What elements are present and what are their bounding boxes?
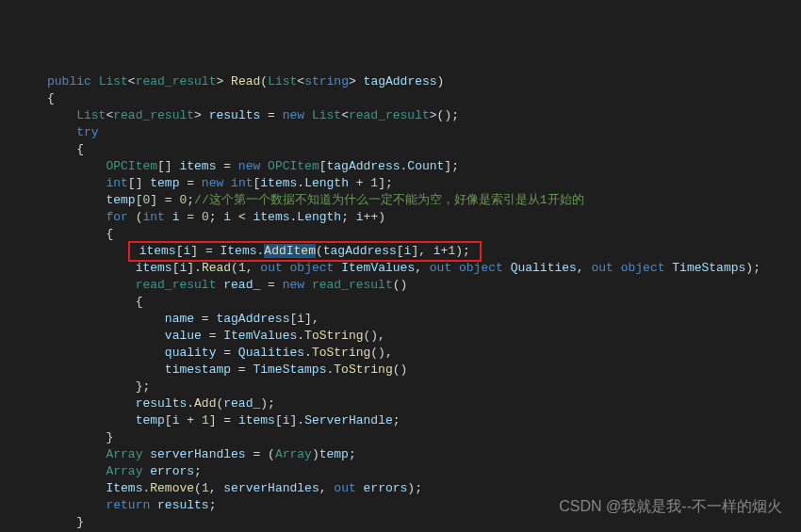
var: items: [253, 210, 290, 224]
var: serverHandles: [150, 447, 245, 461]
keyword: out: [430, 261, 451, 275]
type: read_result: [136, 74, 217, 89]
number: 0: [179, 193, 187, 207]
selection: AddItem: [264, 244, 316, 258]
var: tagAddress: [327, 159, 400, 173]
prop: Length: [304, 176, 349, 190]
keyword: new: [202, 176, 223, 190]
type: read_result: [312, 278, 393, 292]
method: Read: [231, 74, 260, 89]
var: i: [183, 244, 190, 258]
var: i: [297, 312, 304, 326]
type: object: [459, 261, 503, 275]
var: items: [238, 413, 275, 427]
var: results: [136, 396, 188, 411]
number: 1: [238, 261, 246, 275]
keyword: out: [334, 481, 355, 495]
var: i: [356, 210, 364, 224]
prop: Count: [407, 159, 444, 173]
prop: Length: [297, 210, 341, 224]
var: temp: [319, 447, 349, 461]
var: items: [179, 159, 216, 173]
highlighted-line: items[i] = Items.AddItem(tagAddress[i], …: [128, 241, 482, 262]
method: AddItem: [264, 244, 316, 258]
var: items: [260, 176, 297, 190]
number: 1: [202, 481, 209, 495]
type: read_result: [349, 108, 430, 122]
var: temp: [136, 413, 165, 427]
prop: name: [165, 312, 194, 326]
type: string: [304, 74, 349, 89]
type: List: [312, 108, 341, 122]
type: int: [142, 210, 164, 224]
comment: //这个第一个数据不知道为什么一定不能为空，好像是索引是从1开始的: [194, 193, 583, 207]
var: i: [223, 210, 231, 224]
var: Qualities: [511, 261, 577, 275]
type: read_result: [113, 108, 194, 122]
var: i: [179, 261, 187, 275]
number: 0: [142, 193, 150, 207]
brace: {: [136, 295, 143, 309]
keyword: return: [106, 498, 150, 512]
type: Array: [106, 447, 142, 461]
var: i: [433, 244, 441, 258]
number: 1: [202, 413, 209, 427]
watermark: CSDN @我就是我--不一样的烟火: [559, 498, 782, 515]
var: i: [172, 413, 180, 427]
var: items: [139, 244, 176, 258]
keyword: new: [283, 108, 304, 122]
var: temp: [150, 176, 179, 190]
var: items: [136, 261, 172, 275]
brace: {: [76, 142, 84, 156]
var: Qualities: [238, 346, 304, 360]
brace: }: [76, 515, 84, 529]
var: results: [209, 108, 261, 122]
var: ItemValues: [223, 329, 297, 343]
method: ToString: [312, 346, 370, 360]
code-editor[interactable]: public List<read_result> Read(List<strin…: [47, 73, 801, 532]
method: ToString: [304, 329, 363, 343]
var: TimeStamps: [253, 363, 326, 377]
var: tagAddress: [216, 312, 289, 326]
var: TimeStamps: [672, 261, 745, 275]
prop: quality: [165, 346, 217, 360]
prop: ServerHandle: [304, 413, 393, 427]
var: ItemValues: [341, 261, 415, 275]
brace: }: [106, 430, 113, 444]
var: i: [283, 413, 290, 427]
var: Items: [106, 481, 142, 495]
type: object: [290, 261, 335, 275]
brace: };: [136, 379, 151, 394]
type: read_result: [136, 278, 217, 292]
type: Array: [275, 447, 312, 461]
number: 1: [370, 176, 378, 190]
var: i: [172, 210, 180, 224]
method: Remove: [150, 481, 194, 495]
var: read_: [223, 396, 260, 411]
var: results: [157, 498, 209, 512]
type: List: [268, 74, 297, 89]
number: 0: [202, 210, 209, 224]
var: errors: [150, 464, 194, 478]
method: ToString: [334, 363, 392, 377]
type: List: [99, 74, 128, 89]
var: read_: [223, 278, 260, 292]
keyword: new: [238, 159, 260, 173]
type: int: [106, 176, 127, 190]
var: i: [404, 244, 412, 258]
keyword: out: [591, 261, 613, 275]
prop: value: [165, 329, 202, 343]
type: int: [231, 176, 253, 190]
var: tagAddress: [323, 244, 397, 258]
var: temp: [106, 193, 135, 207]
brace: {: [106, 227, 113, 241]
prop: timestamp: [165, 363, 231, 377]
var: errors: [364, 481, 408, 495]
keyword: public: [47, 74, 91, 89]
param: tagAddress: [364, 74, 437, 89]
keyword: new: [283, 278, 304, 292]
brace: {: [47, 91, 55, 105]
method: Add: [194, 396, 216, 411]
keyword: try: [76, 125, 98, 139]
type: OPCItem: [268, 159, 319, 173]
